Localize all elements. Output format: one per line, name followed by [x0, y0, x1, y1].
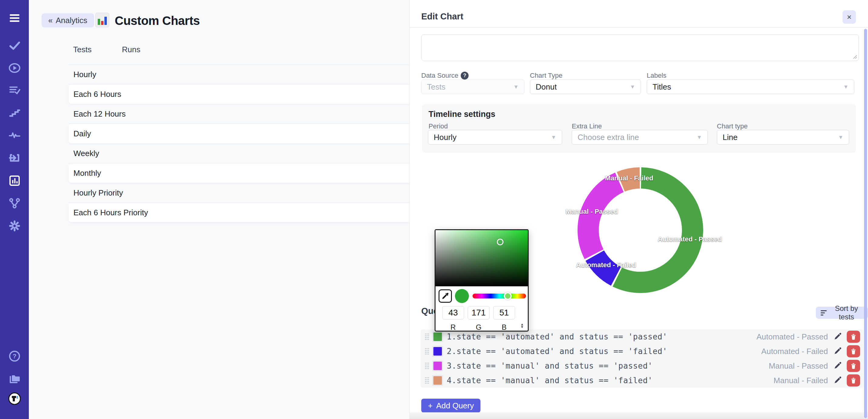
query-color-swatch — [433, 362, 442, 370]
query-row: 3.state == 'manual' and status == 'passe… — [421, 359, 864, 373]
query-color-button[interactable] — [432, 346, 443, 357]
query-title: Manual - Passed — [769, 361, 828, 371]
hue-handle[interactable] — [504, 292, 512, 300]
play-icon[interactable] — [8, 61, 22, 75]
clipped-field-label — [422, 32, 458, 34]
donut-chart: Manual - Failed Manual - Passed Automate… — [577, 167, 704, 294]
query-row: 4.state == 'manual' and status == 'faile… — [421, 373, 864, 388]
back-to-analytics-button[interactable]: « Analytics — [41, 13, 94, 27]
pencil-icon — [833, 376, 842, 385]
query-expression: 3.state == 'manual' and status == 'passe… — [447, 361, 653, 370]
green-input[interactable] — [468, 306, 490, 320]
query-expression: 4.state == 'manual' and status == 'faile… — [447, 376, 653, 385]
period-select[interactable]: Hourly▼ — [428, 130, 562, 145]
eyedropper-icon — [441, 292, 449, 300]
help-icon[interactable]: ? — [8, 349, 22, 363]
page-title: Custom Charts — [115, 14, 200, 28]
add-query-button[interactable]: + Add Query — [421, 399, 480, 413]
slice-label-manual-passed: Manual - Passed — [566, 208, 618, 216]
chart-description-textarea[interactable] — [421, 34, 859, 61]
query-row: 2.state == 'automated' and status == 'fa… — [421, 344, 864, 359]
chart-list-item[interactable]: Each 6 Hours — [69, 84, 437, 104]
color-picker-popover: R G B ▴▾ — [435, 229, 529, 332]
edit-query-button[interactable] — [833, 332, 842, 341]
chart-list-item[interactable]: Hourly — [69, 65, 437, 84]
sort-icon — [820, 310, 827, 316]
edit-query-button[interactable] — [833, 361, 842, 370]
projects-folder-icon[interactable] — [8, 372, 22, 386]
query-color-button[interactable] — [432, 375, 443, 386]
edit-chart-panel: Edit Chart × Data Source ? Tests▼ Chart … — [410, 0, 868, 419]
checks-icon[interactable] — [8, 38, 22, 53]
pencil-icon — [833, 332, 842, 341]
query-expression: 1.state == 'automated' and status == 'pa… — [447, 332, 668, 341]
chart-list-item[interactable]: Daily — [69, 124, 437, 144]
logo-icon[interactable] — [8, 392, 22, 406]
delete-query-button[interactable] — [847, 331, 860, 343]
query-color-swatch — [433, 376, 442, 385]
test-list-icon[interactable] — [8, 83, 22, 97]
drag-handle-icon[interactable] — [424, 377, 430, 384]
period-label: Period — [429, 122, 448, 130]
drag-handle-icon[interactable] — [424, 333, 430, 341]
edit-query-button[interactable] — [833, 347, 842, 356]
steps-icon[interactable] — [8, 106, 22, 120]
pencil-icon — [833, 361, 842, 370]
query-title: Manual - Failed — [774, 376, 828, 385]
query-color-swatch — [433, 347, 442, 356]
trash-icon — [850, 377, 857, 384]
chart-type-select[interactable]: Donut▼ — [530, 80, 641, 94]
color-model-toggle[interactable]: ▴▾ — [521, 323, 523, 328]
query-color-button[interactable] — [432, 331, 443, 342]
drag-handle-icon[interactable] — [424, 347, 430, 355]
chart-list-item[interactable]: Each 6 Hours Priority — [69, 203, 437, 222]
edit-panel-scrollbar[interactable] — [864, 29, 867, 418]
current-color-swatch — [455, 289, 469, 303]
extra-line-select[interactable]: Choose extra line▼ — [572, 130, 708, 145]
plus-icon: + — [428, 401, 432, 411]
tabs: Tests Runs — [73, 45, 140, 54]
delete-query-button[interactable] — [847, 375, 860, 387]
chart-type-label: Chart Type — [530, 72, 562, 80]
help-tooltip-icon[interactable]: ? — [461, 72, 469, 80]
import-icon[interactable] — [8, 151, 22, 165]
tab-tests[interactable]: Tests — [73, 45, 92, 54]
hue-slider[interactable] — [472, 294, 526, 298]
chart-list-item[interactable]: Each 12 Hours — [69, 104, 437, 124]
delete-query-button[interactable] — [847, 360, 860, 372]
labels-select[interactable]: Titles▼ — [647, 80, 854, 94]
eyedropper-button[interactable] — [439, 289, 452, 303]
red-input[interactable] — [442, 306, 464, 320]
timeline-chart-type-select[interactable]: Line▼ — [717, 130, 849, 145]
query-color-swatch — [433, 332, 442, 341]
query-title: Automated - Passed — [756, 332, 828, 341]
analytics-icon[interactable] — [8, 174, 22, 188]
trash-icon — [850, 362, 857, 369]
labels-label: Labels — [647, 72, 666, 80]
panel-footer — [410, 412, 868, 419]
chevron-down-icon: ▼ — [513, 84, 519, 90]
slice-label-automated-passed: Automated - Passed — [658, 235, 722, 243]
chart-list-item[interactable]: Weekly — [69, 144, 437, 163]
timeline-settings-title: Timeline settings — [429, 110, 495, 119]
tab-runs[interactable]: Runs — [122, 45, 141, 54]
chevron-down-icon: ▼ — [551, 134, 556, 141]
saturation-area[interactable] — [436, 230, 528, 286]
delete-query-button[interactable] — [847, 345, 860, 357]
query-color-button[interactable] — [432, 360, 443, 371]
extra-line-label: Extra Line — [572, 122, 602, 130]
bar-chart-emoji-icon — [95, 13, 109, 27]
chart-list-item[interactable]: Monthly — [69, 163, 437, 183]
chevron-down-icon: ▼ — [696, 134, 702, 141]
branches-icon[interactable] — [8, 196, 22, 210]
chart-list-item[interactable]: Hourly Priority — [69, 183, 437, 203]
menu-icon[interactable] — [8, 11, 22, 25]
sort-by-tests-button[interactable]: Sort by tests — [816, 307, 868, 319]
drag-handle-icon[interactable] — [424, 362, 430, 370]
pulse-icon[interactable] — [8, 128, 22, 142]
edit-query-button[interactable] — [833, 376, 842, 385]
settings-icon[interactable] — [8, 219, 22, 233]
blue-input[interactable] — [493, 306, 515, 320]
edit-chart-close-button[interactable]: × — [842, 10, 856, 24]
saturation-handle[interactable] — [497, 239, 503, 245]
